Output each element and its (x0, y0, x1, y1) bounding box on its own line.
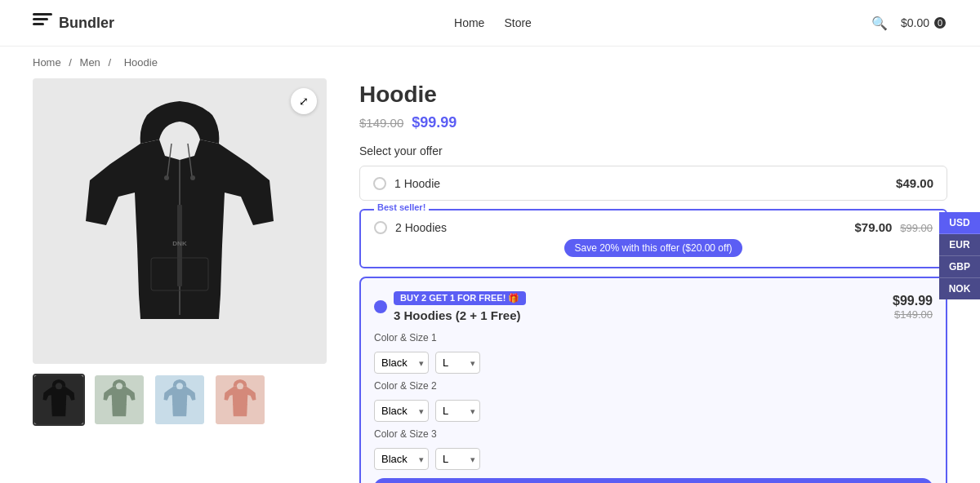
color-size-label-2: Color & Size 2 (374, 380, 933, 392)
currency-nok[interactable]: NOK (939, 278, 980, 299)
nav-store[interactable]: Store (504, 16, 531, 29)
breadcrumb-home[interactable]: Home (33, 56, 61, 69)
product-details: Hoodie $149.00 $99.99 Select your offer … (359, 78, 947, 483)
original-price: $149.00 (359, 116, 403, 130)
main-nav: Home Store (454, 16, 532, 29)
color-size-label-1: Color & Size 1 (374, 332, 933, 343)
currency-sidebar: USD EUR GBP NOK (939, 212, 980, 299)
currency-gbp[interactable]: GBP (939, 256, 980, 278)
size-select-3[interactable]: XSSMLXLXXL (435, 448, 480, 470)
color-select-wrap-1: BlackGreenBlueRed (374, 352, 429, 374)
logo-text: Bundler (59, 15, 114, 32)
offer-2-price: $79.00 (854, 220, 892, 234)
nav-home[interactable]: Home (454, 16, 484, 29)
svg-point-6 (164, 175, 169, 180)
svg-point-7 (190, 175, 195, 180)
color-select-wrap-2: BlackGreenBlueRed (374, 400, 429, 422)
bundle-save-badge: Save 33% with this offer ($49.01 off) (374, 478, 933, 483)
bundle-tag: BUY 2 GET 1 FOR FREE! 🎁 (394, 291, 526, 305)
search-icon[interactable]: 🔍 (871, 16, 888, 31)
offer-1-price: $49.00 (896, 176, 933, 190)
offer-2-save-badge: Save 20% with this offer ($20.00 off) (564, 239, 742, 257)
bundle-name: 3 Hoodies (2 + 1 Free) (394, 308, 886, 322)
color-select-1[interactable]: BlackGreenBlueRed (374, 352, 429, 374)
logo-icon (33, 13, 52, 33)
breadcrumb: Home / Men / Hoodie (0, 47, 980, 78)
cart-badge: 0 (933, 16, 947, 30)
bundle-sale-price: $99.99 (893, 294, 933, 308)
svg-text:DNK: DNK (172, 240, 187, 247)
bundle-dot (374, 300, 387, 313)
bundle-orig-price: $149.00 (893, 308, 933, 321)
offer-1-radio (373, 177, 386, 190)
main-content: DNK ⤢ (0, 78, 980, 483)
thumbnail-0[interactable] (33, 374, 85, 426)
price-row: $149.00 $99.99 (359, 114, 947, 131)
cart-price: $0.00 (901, 16, 929, 29)
bundle-offer[interactable]: BUY 2 GET 1 FOR FREE! 🎁 3 Hoodies (2 + 1… (359, 277, 947, 483)
color-select-3[interactable]: BlackGreenBlueRed (374, 448, 429, 470)
color-select-2[interactable]: BlackGreenBlueRed (374, 400, 429, 422)
thumbnail-3[interactable] (214, 374, 266, 426)
cart-button[interactable]: $0.00 0 (901, 16, 947, 30)
header: Bundler Home Store 🔍 $0.00 0 (0, 0, 980, 47)
size-select-wrap-2: XSSMLXLXXL (435, 400, 480, 422)
offer-2-hoodies[interactable]: Best seller! 2 Hoodies $79.00 $99.00 Sav… (359, 209, 947, 268)
product-image: DNK (74, 99, 286, 343)
product-title: Hoodie (359, 82, 947, 108)
thumbnail-2[interactable] (154, 374, 206, 426)
sale-price: $99.99 (412, 114, 457, 131)
size-select-2[interactable]: XSSMLXLXXL (435, 400, 480, 422)
size-select-wrap-1: XSSMLXLXXL (435, 352, 480, 374)
bestseller-badge: Best seller! (374, 202, 429, 212)
size-select-wrap-3: XSSMLXLXXL (435, 448, 480, 470)
offer-1-name: 1 Hoodie (394, 177, 440, 190)
size-select-1[interactable]: XSSMLXLXXL (435, 352, 480, 374)
offer-2-name: 2 Hoodies (395, 221, 447, 234)
color-size-group-3: Color & Size 3 BlackGreenBlueRed XSSMLXL… (374, 428, 933, 470)
offer-1-hoodie[interactable]: 1 Hoodie $49.00 (359, 166, 947, 201)
color-select-wrap-3: BlackGreenBlueRed (374, 448, 429, 470)
color-size-group-1: Color & Size 1 BlackGreenBlueRed XSSMLXL… (374, 332, 933, 374)
expand-icon: ⤢ (299, 95, 309, 108)
expand-button[interactable]: ⤢ (291, 88, 317, 114)
logo[interactable]: Bundler (33, 13, 114, 33)
header-right: 🔍 $0.00 0 (871, 16, 947, 31)
offer-label: Select your offer (359, 144, 947, 157)
offer-2-old-price: $99.00 (900, 222, 933, 234)
thumbnails (33, 374, 327, 426)
bundle-prices: $99.99 $149.00 (893, 294, 933, 321)
offer-2-radio (374, 221, 387, 234)
breadcrumb-current: Hoodie (124, 56, 158, 69)
color-size-label-3: Color & Size 3 (374, 428, 933, 440)
color-size-group-2: Color & Size 2 BlackGreenBlueRed XSSMLXL… (374, 380, 933, 422)
product-image-section: DNK ⤢ (33, 78, 327, 483)
currency-eur[interactable]: EUR (939, 234, 980, 256)
currency-usd[interactable]: USD (939, 212, 980, 234)
main-image-wrap: DNK ⤢ (33, 78, 327, 364)
thumbnail-1[interactable] (93, 374, 145, 426)
breadcrumb-men[interactable]: Men (80, 56, 100, 69)
